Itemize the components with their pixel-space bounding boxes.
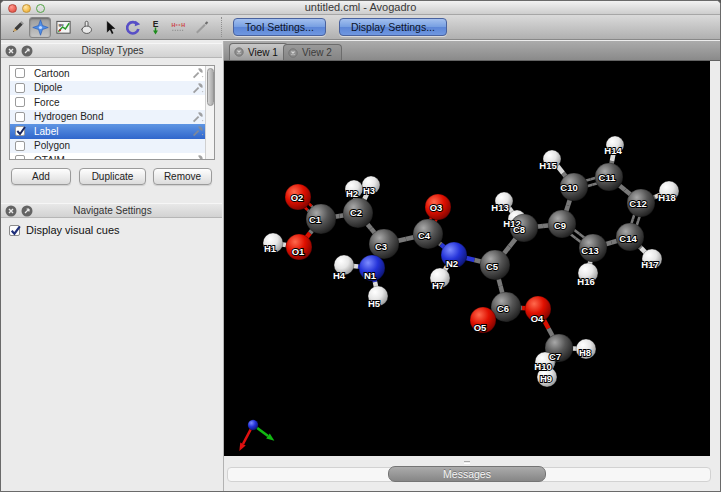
tab-label: View 1	[248, 47, 278, 58]
view-tab-bar: View 1View 2	[224, 41, 720, 61]
display-type-label: Force	[34, 97, 204, 108]
svg-text:go: go	[58, 21, 64, 26]
display-visual-cues-row: Display visual cues	[9, 224, 120, 236]
atom-label-H18: H18	[658, 192, 675, 203]
toolbar-separator	[221, 17, 222, 37]
splitter-grip[interactable]	[464, 461, 470, 464]
display-type-checkbox[interactable]	[15, 68, 25, 78]
display-type-label: Polygon	[34, 140, 204, 151]
wrench-settings-icon[interactable]	[192, 82, 204, 94]
molecule-canvas[interactable]: H2H3C2O2C1H1O1O3C4C3H4N1H5N2H7H13H12C8H1…	[224, 61, 710, 456]
display-visual-cues-checkbox[interactable]	[9, 225, 20, 236]
atom-label-O1: O1	[292, 246, 305, 257]
atom-label-H13: H13	[491, 202, 508, 213]
close-panel-icon[interactable]	[5, 45, 17, 57]
window-controls	[8, 4, 45, 13]
display-settings-button[interactable]: Display Settings...	[339, 18, 447, 36]
tab-label: View 2	[302, 47, 332, 58]
display-type-row-force[interactable]: Force	[10, 95, 214, 110]
atom-label-N2: N2	[446, 258, 458, 269]
minimize-window-button[interactable]	[22, 4, 31, 13]
wrench-settings-icon[interactable]	[192, 67, 204, 79]
bond-centric-manipulate-tool[interactable]: go	[52, 17, 74, 38]
atom-label-C12: C12	[629, 198, 646, 209]
pencil-icon	[9, 19, 26, 36]
display-type-checkbox[interactable]	[15, 141, 25, 151]
display-types-scrollbar[interactable]	[205, 66, 214, 159]
float-panel-icon[interactable]	[21, 45, 33, 57]
display-type-checkbox[interactable]	[15, 97, 25, 107]
atom-label-C10: C10	[560, 182, 577, 193]
measure-tool[interactable]: HH	[167, 17, 189, 38]
atom-label-H16: H16	[577, 276, 594, 287]
wrench-settings-icon[interactable]	[192, 111, 204, 123]
atom-label-C6: C6	[497, 303, 509, 314]
atom-label-O4: O4	[531, 313, 544, 324]
toolbar: goEHH Tool Settings... Display Settings.…	[1, 15, 720, 40]
svg-text:H: H	[171, 21, 175, 27]
atom-label-H10: H10	[534, 361, 551, 372]
display-type-row-qtaim[interactable]: QTAIM	[10, 153, 214, 160]
zoom-window-button[interactable]	[36, 4, 45, 13]
display-type-checkbox[interactable]	[15, 83, 25, 93]
axes-indicator	[239, 420, 274, 451]
gl-viewport[interactable]: H2H3C2O2C1H1O1O3C4C3H4N1H5N2H7H13H12C8H1…	[224, 61, 710, 456]
atom-label-H17: H17	[641, 259, 658, 270]
close-panel-icon[interactable]	[5, 205, 17, 217]
atom-label-C11: C11	[599, 172, 617, 183]
tool-settings-button[interactable]: Tool Settings...	[233, 18, 326, 36]
duplicate-display-type-button[interactable]: Duplicate	[79, 168, 146, 185]
atom-label-C1: C1	[309, 214, 322, 225]
display-type-checkbox[interactable]	[15, 126, 25, 136]
draw-tool[interactable]	[6, 17, 28, 38]
display-type-row-label[interactable]: Label	[10, 124, 214, 139]
tab-view-2[interactable]: View 2	[283, 44, 342, 60]
atom-label-H7: H7	[432, 280, 444, 291]
messages-button[interactable]: Messages	[388, 466, 546, 482]
display-type-checkbox[interactable]	[15, 112, 25, 122]
tab-view-1[interactable]: View 1	[229, 43, 288, 60]
atom-label-O2: O2	[291, 192, 304, 203]
auto-optimize-tool[interactable]: E	[144, 17, 166, 38]
display-type-label: QTAIM	[34, 155, 192, 160]
navigate-tool[interactable]	[29, 17, 51, 38]
wrench-settings-icon[interactable]	[192, 154, 204, 160]
view-area: View 1View 2 H2H3C2O2C1H1O1O3C4C3H4N1H5N…	[224, 41, 720, 491]
display-type-row-hydrogen-bond[interactable]: Hydrogen Bond	[10, 110, 214, 125]
tool-buttons: goEHH	[6, 17, 213, 38]
navigate-settings-header: Navigate Settings	[1, 203, 222, 218]
close-window-button[interactable]	[8, 4, 17, 13]
align-tool[interactable]	[190, 17, 212, 38]
selection-tool[interactable]	[98, 17, 120, 38]
atom-label-C14: C14	[619, 233, 637, 244]
display-type-checkbox[interactable]	[15, 155, 25, 160]
atom-label-H2: H2	[346, 188, 358, 199]
auto-rotate-tool[interactable]	[121, 17, 143, 38]
float-panel-icon[interactable]	[21, 205, 33, 217]
atom-label-C5: C5	[486, 261, 499, 272]
remove-display-type-button[interactable]: Remove	[153, 168, 212, 185]
wrench-settings-icon[interactable]	[192, 125, 204, 137]
tab-close-icon[interactable]	[288, 48, 298, 58]
add-display-type-button[interactable]: Add	[11, 168, 71, 185]
atom-label-C4: C4	[418, 230, 431, 241]
display-type-label: Label	[34, 126, 192, 137]
tab-close-icon[interactable]	[234, 47, 244, 57]
navigate-settings-title: Navigate Settings	[33, 205, 222, 216]
display-type-row-cartoon[interactable]: Cartoon	[10, 66, 214, 81]
atom-label-O3: O3	[430, 202, 443, 213]
left-dock: Display Types CartoonDipoleForceHydrogen…	[1, 41, 224, 491]
display-type-label: Hydrogen Bond	[34, 111, 192, 122]
scrollbar-thumb[interactable]	[207, 68, 214, 106]
svg-text:E: E	[152, 19, 158, 29]
atom-label-C8: C8	[513, 224, 525, 235]
measure-ruler-icon: HH	[170, 19, 187, 36]
display-type-row-polygon[interactable]: Polygon	[10, 139, 214, 154]
atom-label-C9: C9	[554, 220, 566, 231]
rotate-swirl-icon	[124, 19, 141, 36]
manipulate-tool[interactable]	[75, 17, 97, 38]
atom-label-N1: N1	[364, 270, 377, 281]
title-bar[interactable]: untitled.cml - Avogadro	[1, 1, 720, 15]
display-type-row-dipole[interactable]: Dipole	[10, 81, 214, 96]
display-types-title: Display Types	[33, 45, 222, 56]
